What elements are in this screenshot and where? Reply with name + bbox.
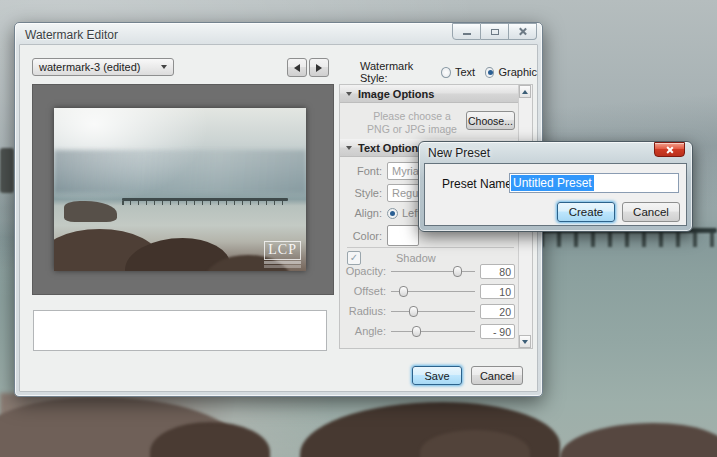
watermark-style-group: Watermark Style: Text Graphic: [360, 60, 537, 84]
selected-input-text: Untitled Preset: [511, 175, 594, 191]
dialog-content: Preset Name: Untitled Preset Create Canc…: [424, 163, 687, 226]
preset-dropdown-value: watermark-3 (edited): [39, 61, 161, 73]
new-preset-dialog: New Preset Preset Name: Untitled Preset …: [418, 141, 693, 232]
slider-value-field[interactable]: - 90: [480, 324, 515, 339]
color-row: Color:: [340, 225, 419, 246]
create-button[interactable]: Create: [557, 202, 615, 222]
slider-track[interactable]: [391, 325, 475, 337]
slider-label: Offset:: [340, 285, 386, 297]
scroll-down-button[interactable]: [519, 335, 531, 348]
slider-value-field[interactable]: 80: [480, 264, 515, 279]
slider-row: Opacity:80: [340, 261, 519, 281]
slider-label: Radius:: [340, 305, 386, 317]
align-row: Align: Left: [340, 207, 420, 219]
screen: Watermark Editor watermark-3 (edited) Wa…: [0, 0, 717, 457]
minimize-icon: [463, 33, 471, 35]
choose-image-button[interactable]: Choose...: [466, 111, 515, 130]
chevron-down-icon: [161, 65, 167, 69]
watermark-preview-area: LCP: [32, 84, 334, 295]
dialog-title: New Preset: [428, 146, 490, 160]
next-preset-button[interactable]: [309, 58, 329, 77]
preset-name-input[interactable]: Untitled Preset: [509, 173, 679, 193]
previous-preset-button[interactable]: [287, 58, 307, 77]
watermark-style-label: Watermark Style:: [360, 60, 432, 84]
maximize-icon: [491, 29, 499, 35]
arrow-right-icon: [316, 64, 322, 72]
style-label: Style:: [340, 187, 382, 199]
slider-label: Opacity:: [340, 265, 386, 277]
slider-track[interactable]: [391, 265, 475, 277]
close-icon: [518, 27, 527, 36]
slider-row: Offset:10: [340, 281, 519, 301]
slider-track[interactable]: [391, 305, 475, 317]
image-options-title: Image Options: [358, 88, 434, 100]
scroll-up-button[interactable]: [519, 85, 531, 98]
close-button[interactable]: [509, 23, 537, 40]
slider-thumb[interactable]: [412, 326, 421, 337]
slider-row: Radius:20: [340, 301, 519, 321]
dialog-close-button[interactable]: [654, 142, 685, 157]
preset-nav: [287, 58, 329, 77]
color-swatch[interactable]: [387, 225, 419, 246]
window-caption-buttons: [452, 23, 537, 40]
text-options-title: Text Options: [358, 142, 424, 154]
arrow-left-icon: [294, 64, 300, 72]
radio-align-left[interactable]: [387, 208, 398, 219]
dialog-cancel-button[interactable]: Cancel: [622, 202, 680, 222]
photo-pier: [122, 198, 288, 205]
radio-text[interactable]: [441, 67, 451, 78]
cancel-button[interactable]: Cancel: [471, 366, 523, 385]
watermark-text-input[interactable]: [33, 310, 327, 351]
slider-track[interactable]: [391, 285, 475, 297]
shadow-sliders: Opacity:80Offset:10Radius:20Angle:- 90: [340, 261, 519, 341]
graphic-watermark: LCP: [264, 241, 301, 268]
minimize-button[interactable]: [452, 23, 481, 40]
maximize-button[interactable]: [481, 23, 509, 40]
save-button[interactable]: Save: [412, 366, 462, 385]
scroll-down-icon: [522, 340, 528, 344]
slider-value-field[interactable]: 20: [480, 304, 515, 319]
close-icon: [666, 146, 674, 154]
background-structure: [0, 148, 14, 193]
slider-thumb[interactable]: [409, 306, 418, 317]
collapse-triangle-icon: [346, 146, 352, 150]
font-label: Font:: [340, 165, 382, 177]
color-label: Color:: [340, 230, 382, 242]
scroll-up-icon: [522, 90, 528, 94]
slider-thumb[interactable]: [453, 266, 462, 277]
window-title: Watermark Editor: [25, 28, 118, 42]
preset-name-label: Preset Name:: [442, 177, 515, 191]
radio-text-label[interactable]: Text: [455, 66, 475, 78]
radio-graphic-label[interactable]: Graphic: [498, 66, 537, 78]
slider-thumb[interactable]: [399, 286, 408, 297]
image-options-header[interactable]: Image Options: [340, 85, 519, 103]
collapse-triangle-icon: [346, 92, 352, 96]
slider-value-field[interactable]: 10: [480, 284, 515, 299]
slider-row: Angle:- 90: [340, 321, 519, 341]
watermark-text: LCP: [264, 241, 301, 260]
slider-label: Angle:: [340, 325, 386, 337]
preview-photo: LCP: [54, 108, 306, 271]
preset-dropdown[interactable]: watermark-3 (edited): [32, 58, 174, 76]
align-label: Align:: [340, 207, 382, 219]
divider: [347, 247, 514, 248]
image-hint: Please choose a PNG or JPG image: [356, 110, 468, 136]
radio-graphic[interactable]: [485, 67, 495, 78]
